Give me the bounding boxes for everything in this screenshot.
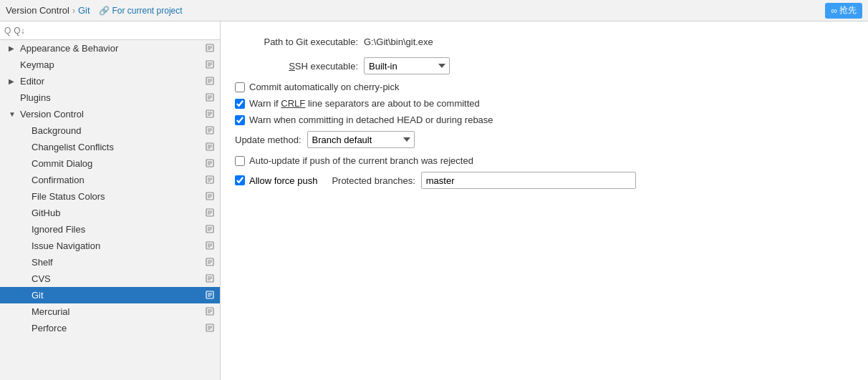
page-icon-perforce: [206, 323, 214, 333]
allow-force-row: Allow force push Protected branches:: [235, 172, 854, 189]
sidebar-label-commit-dialog: Commit Dialog: [32, 158, 203, 169]
project-link[interactable]: 🔗 For current project: [99, 6, 183, 16]
sidebar-item-appearance-behavior[interactable]: ▶Appearance & Behavior: [0, 40, 220, 57]
sidebar-item-ignored-files[interactable]: Ignored Files: [0, 221, 220, 238]
ssh-dropdown[interactable]: Built-inNativeOpenSSH: [364, 57, 450, 74]
main-layout: Q ▶Appearance & BehaviorKeymap▶EditorPlu…: [0, 21, 868, 380]
infinity-label: 抢先: [839, 4, 857, 16]
sidebar-item-github[interactable]: GitHub: [0, 205, 220, 221]
force-push-checkbox[interactable]: [235, 175, 245, 185]
page-icon-shelf: [206, 258, 214, 268]
search-bar[interactable]: Q: [0, 21, 220, 40]
sidebar-item-confirmation[interactable]: Confirmation: [0, 172, 220, 188]
page-icon-plugins: [206, 93, 214, 103]
sidebar-label-issue-navigation: Issue Navigation: [32, 240, 203, 251]
sidebar-label-version-control: Version Control: [20, 109, 203, 120]
sidebar-label-appearance-behavior: Appearance & Behavior: [20, 43, 203, 54]
search-input[interactable]: [14, 26, 216, 36]
chevron-version-control: ▼: [9, 110, 17, 118]
sidebar-label-plugins: Plugins: [20, 92, 203, 103]
update-method-row: Update method: Branch defaultMergeRebase: [235, 131, 854, 148]
breadcrumb-part1: Version Control: [6, 5, 69, 16]
breadcrumb-separator: ›: [72, 6, 75, 16]
sidebar-label-mercurial: Mercurial: [32, 306, 203, 317]
sidebar-label-changelist-conflicts: Changelist Conflicts: [32, 142, 203, 152]
path-row: Path to Git executable: G:\Git\bin\git.e…: [235, 33, 854, 50]
sidebar-label-git: Git: [32, 290, 203, 301]
page-icon-changelist-conflicts: [206, 142, 214, 152]
page-icon-keymap: [206, 60, 214, 70]
sidebar-item-plugins[interactable]: Plugins: [0, 89, 220, 106]
page-icon-github: [206, 208, 214, 218]
sidebar-label-perforce: Perforce: [32, 323, 203, 333]
page-icon-version-control: [206, 109, 214, 120]
checkbox-crlf-row: Warn if CRLF line separators are about t…: [235, 98, 854, 109]
path-label: Path to Git executable:: [235, 36, 364, 47]
protected-branches-input[interactable]: [421, 172, 636, 189]
page-icon-cvs: [206, 274, 214, 284]
sidebar-item-mercurial[interactable]: Mercurial: [0, 303, 220, 320]
sidebar-label-confirmation: Confirmation: [32, 175, 203, 185]
auto-update-checkbox[interactable]: [235, 156, 245, 166]
content-panel: Path to Git executable: G:\Git\bin\git.e…: [221, 21, 868, 380]
header-actions: ∞ 抢先: [825, 3, 862, 19]
checkbox-cherry-pick-row: Commit automatically on cherry-pick: [235, 82, 854, 92]
cherry-pick-label[interactable]: Commit automatically on cherry-pick: [249, 82, 400, 92]
protected-branches-label: Protected branches:: [332, 175, 415, 186]
sidebar-item-commit-dialog[interactable]: Commit Dialog: [0, 155, 220, 172]
page-icon-appearance-behavior: [206, 44, 214, 54]
page-icon-commit-dialog: [206, 159, 214, 169]
page-icon-confirmation: [206, 175, 214, 185]
sidebar-item-perforce[interactable]: Perforce: [0, 320, 220, 336]
project-link-text: For current project: [112, 6, 183, 16]
detached-head-checkbox[interactable]: [235, 115, 245, 125]
page-icon-ignored-files: [206, 225, 214, 235]
sidebar-label-shelf: Shelf: [32, 257, 203, 268]
sidebar-item-file-status-colors[interactable]: File Status Colors: [0, 188, 220, 205]
sidebar-label-background: Background: [32, 125, 203, 136]
sidebar-label-github: GitHub: [32, 208, 203, 218]
sidebar-item-git[interactable]: Git: [0, 287, 220, 303]
page-icon-git: [206, 291, 214, 301]
sidebar-label-editor: Editor: [20, 76, 203, 87]
path-value: G:\Git\bin\git.exe: [364, 36, 433, 47]
crlf-label[interactable]: Warn if CRLF line separators are about t…: [249, 98, 480, 109]
sidebar-label-ignored-files: Ignored Files: [32, 224, 203, 235]
auto-update-label[interactable]: Auto-update if push of the current branc…: [249, 155, 473, 166]
sidebar-label-keymap: Keymap: [20, 59, 203, 70]
sidebar-item-issue-navigation[interactable]: Issue Navigation: [0, 238, 220, 254]
crlf-checkbox[interactable]: [235, 99, 245, 109]
sidebar-item-cvs[interactable]: CVS: [0, 271, 220, 287]
page-icon-mercurial: [206, 307, 214, 317]
infinity-icon: ∞: [831, 6, 837, 16]
sidebar-item-background[interactable]: Background: [0, 122, 220, 139]
sidebar-item-editor[interactable]: ▶Editor: [0, 73, 220, 89]
force-push-label[interactable]: Allow force push: [249, 175, 317, 186]
page-icon-editor: [206, 77, 214, 87]
infinity-button[interactable]: ∞ 抢先: [825, 3, 862, 19]
breadcrumb: Version Control › Git 🔗 For current proj…: [6, 5, 825, 16]
detached-head-label[interactable]: Warn when committing in detached HEAD or…: [249, 115, 493, 125]
breadcrumb-part2: Git: [78, 5, 90, 16]
sidebar-item-keymap[interactable]: Keymap: [0, 57, 220, 73]
page-icon-issue-navigation: [206, 241, 214, 251]
update-method-dropdown[interactable]: Branch defaultMergeRebase: [307, 131, 415, 148]
sidebar-item-changelist-conflicts[interactable]: Changelist Conflicts: [0, 139, 220, 155]
checkbox-detached-head-row: Warn when committing in detached HEAD or…: [235, 115, 854, 125]
ssh-row: SSH executable: Built-inNativeOpenSSH: [235, 57, 854, 74]
cherry-pick-checkbox[interactable]: [235, 82, 245, 92]
ssh-label: SSH executable:: [235, 61, 364, 72]
sidebar-label-cvs: CVS: [32, 273, 203, 284]
chevron-appearance-behavior: ▶: [9, 44, 17, 52]
force-push-checkbox-group: Allow force push: [235, 175, 317, 186]
sidebar-item-shelf[interactable]: Shelf: [0, 254, 220, 271]
update-method-label: Update method:: [235, 135, 302, 145]
page-icon-background: [206, 126, 214, 136]
page-icon-file-status-colors: [206, 192, 214, 202]
header-bar: Version Control › Git 🔗 For current proj…: [0, 0, 868, 21]
search-icon: Q: [4, 26, 11, 36]
checkbox-auto-update-row: Auto-update if push of the current branc…: [235, 155, 854, 166]
sidebar-item-version-control[interactable]: ▼Version Control: [0, 106, 220, 122]
sidebar-items-container: ▶Appearance & BehaviorKeymap▶EditorPlugi…: [0, 40, 220, 336]
sidebar-label-file-status-colors: File Status Colors: [32, 191, 203, 202]
